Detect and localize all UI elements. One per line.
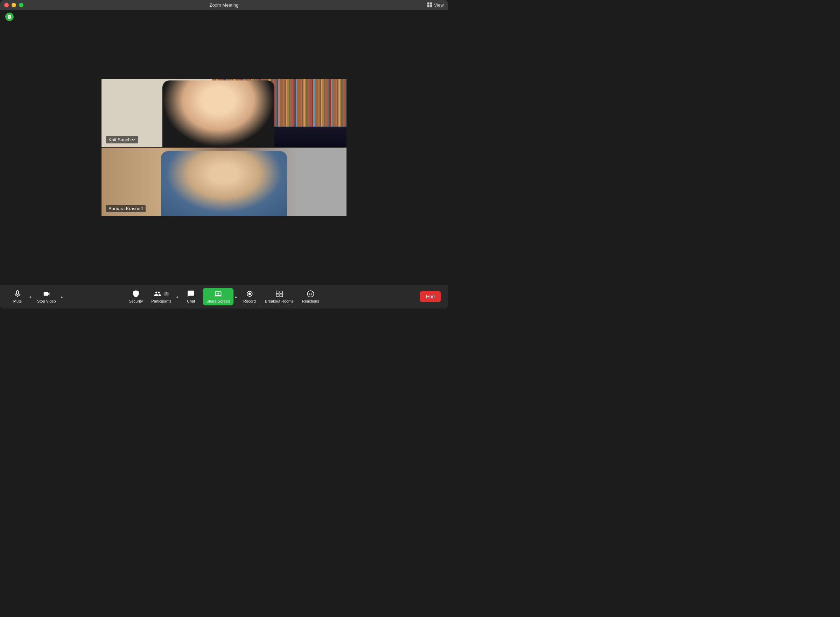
video-container: Kait Sanchez Barbara Krasnoff [102, 79, 346, 216]
maximize-button[interactable] [19, 3, 24, 7]
title-bar: Zoom Meeting View [0, 0, 448, 10]
participants-label: Participants [151, 299, 171, 303]
share-screen-icon [214, 290, 222, 298]
svg-rect-2 [276, 291, 279, 294]
view-button[interactable]: View [427, 3, 444, 8]
participants-group[interactable]: 2 Participants ▲ [148, 288, 179, 306]
camera-icon [43, 290, 50, 298]
main-content: Kait Sanchez Barbara Krasnoff [0, 10, 448, 285]
toolbar-left: Mute ▲ Stop Video ▲ [7, 288, 64, 306]
minimize-button[interactable] [12, 3, 16, 7]
mic-icon [14, 290, 21, 298]
security-label: Security [129, 299, 143, 303]
toolbar-center: Security 2 Participants ▲ Chat [125, 288, 322, 306]
svg-point-7 [309, 293, 310, 294]
security-button[interactable]: Security [125, 288, 146, 306]
participants-caret[interactable]: ▲ [176, 295, 179, 299]
share-screen-button[interactable]: Share Screen [203, 288, 234, 306]
svg-rect-4 [276, 294, 279, 297]
shield-icon [132, 290, 140, 298]
video-caret[interactable]: ▲ [60, 295, 64, 299]
share-screen-group[interactable]: Share Screen ▲ [203, 288, 238, 306]
record-button[interactable]: Record [239, 288, 260, 306]
stop-video-button[interactable]: Stop Video [34, 288, 59, 306]
svg-point-8 [311, 293, 312, 294]
video-panel-top: Kait Sanchez [102, 79, 346, 147]
chat-icon [187, 290, 195, 298]
mute-caret[interactable]: ▲ [29, 295, 32, 299]
chat-label: Chat [187, 299, 195, 303]
video-panel-bottom: Barbara Krasnoff [102, 148, 346, 216]
share-screen-label: Share Screen [207, 299, 230, 303]
stop-video-group[interactable]: Stop Video ▲ [34, 288, 64, 306]
mute-label: Mute [13, 299, 22, 303]
participants-button[interactable]: 2 Participants [148, 288, 175, 306]
breakout-rooms-icon [275, 290, 283, 298]
participants-icon [154, 290, 161, 298]
grid-icon [427, 3, 432, 7]
participant-name-barbara: Barbara Krasnoff [106, 205, 146, 212]
reactions-icon [307, 290, 314, 298]
toolbar-right: End [420, 291, 441, 302]
participant-video-barbara [161, 151, 287, 216]
svg-point-1 [248, 292, 251, 295]
mute-button[interactable]: Mute [7, 288, 28, 306]
reactions-label: Reactions [302, 299, 319, 303]
mute-group[interactable]: Mute ▲ [7, 288, 32, 306]
chat-button[interactable]: Chat [180, 288, 202, 306]
reactions-button[interactable]: Reactions [299, 288, 323, 306]
view-label: View [434, 3, 444, 8]
breakout-rooms-label: Breakout Rooms [265, 299, 294, 303]
participant-count-badge: 2 [163, 292, 169, 296]
breakout-rooms-button[interactable]: Breakout Rooms [262, 288, 297, 306]
record-icon [246, 290, 253, 298]
close-button[interactable] [4, 3, 9, 7]
participant-name-kait: Kait Sanchez [106, 136, 138, 143]
window-controls[interactable] [4, 3, 24, 7]
stop-video-label: Stop Video [37, 299, 56, 303]
security-badge-icon [5, 13, 14, 21]
share-screen-caret[interactable]: ▲ [234, 295, 238, 299]
svg-rect-3 [280, 291, 282, 294]
end-button[interactable]: End [420, 291, 441, 302]
toolbar: Mute ▲ Stop Video ▲ Security [0, 285, 448, 308]
svg-rect-5 [280, 294, 282, 297]
record-label: Record [243, 299, 256, 303]
window-title: Zoom Meeting [209, 3, 238, 8]
participant-video-kait [163, 80, 274, 147]
svg-point-6 [307, 291, 314, 297]
